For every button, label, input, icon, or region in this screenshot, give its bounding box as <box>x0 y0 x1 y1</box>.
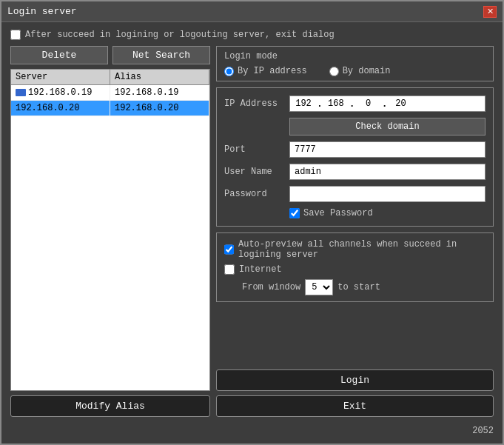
login-mode-label: Login mode <box>224 51 485 61</box>
server-cell: 192.168.0.19 <box>11 85 110 100</box>
alias-cell: 192.168.0.20 <box>110 101 209 116</box>
main-content: After succeed in logining or logouting s… <box>1 22 503 444</box>
ip-address-row: IP Address . . . <box>224 96 485 112</box>
close-button[interactable]: ✕ <box>483 6 497 18</box>
alias-cell: 192.168.0.19 <box>110 85 209 100</box>
title-bar: Login server ✕ <box>1 1 503 22</box>
login-button[interactable]: Login <box>216 369 494 391</box>
to-start-label: to start <box>337 282 380 292</box>
from-window-row: From window 1 2 3 4 5 6 7 8 to start <box>242 279 485 295</box>
username-row: User Name <box>224 164 485 180</box>
save-password-row: Save Password <box>289 208 485 218</box>
list-header: Server Alias <box>11 70 209 85</box>
check-domain-button[interactable]: Check domain <box>289 118 485 135</box>
column-alias: Alias <box>110 70 209 84</box>
ip-part-2[interactable] <box>323 96 349 111</box>
password-label: Password <box>224 189 283 199</box>
action-button-row: Delete Net Search <box>10 46 210 64</box>
server-icon <box>16 89 26 96</box>
modify-alias-button[interactable]: Modify Alias <box>10 395 210 417</box>
username-label: User Name <box>224 167 283 177</box>
from-window-label: From window <box>242 282 300 292</box>
options-box: Auto-preview all channels when succeed i… <box>216 232 494 302</box>
by-ip-radio[interactable] <box>224 67 234 76</box>
table-row[interactable]: 192.168.0.20 192.168.0.20 <box>11 101 209 116</box>
exit-dialog-label: After succeed in logining or logouting s… <box>25 30 335 40</box>
ip-dot-3: . <box>382 98 388 110</box>
window-title: Login server <box>7 6 77 17</box>
port-row: Port <box>224 141 485 158</box>
port-input[interactable] <box>289 141 485 158</box>
ip-dot-2: . <box>349 98 355 110</box>
by-ip-label: By IP address <box>238 66 307 76</box>
radio-row: By IP address By domain <box>224 66 485 76</box>
save-password-checkbox[interactable] <box>289 208 300 218</box>
fields-box: IP Address . . . <box>216 87 494 227</box>
password-row: Password <box>224 186 485 202</box>
login-server-window: Login server ✕ After succeed in logining… <box>0 0 504 445</box>
exit-button[interactable]: Exit <box>216 395 494 417</box>
action-buttons: Login Exit <box>216 369 494 417</box>
auto-preview-label: Auto-preview all channels when succeed i… <box>238 239 485 260</box>
by-ip-radio-label[interactable]: By IP address <box>224 66 307 76</box>
port-label: Port <box>224 144 283 155</box>
ip-dot-1: . <box>317 98 323 110</box>
version-row: 2052 <box>10 426 494 436</box>
by-domain-radio[interactable] <box>329 67 339 76</box>
password-input[interactable] <box>289 186 485 202</box>
ip-part-1[interactable] <box>290 96 317 111</box>
by-domain-label: By domain <box>343 66 391 76</box>
auto-preview-row: Auto-preview all channels when succeed i… <box>224 239 485 260</box>
version-number: 2052 <box>472 426 494 436</box>
internet-checkbox[interactable] <box>224 264 235 275</box>
save-password-label: Save Password <box>303 208 373 218</box>
exit-dialog-row: After succeed in logining or logouting s… <box>10 30 494 40</box>
main-area: Delete Net Search Server Alias 192.168.0… <box>10 46 494 417</box>
username-input[interactable] <box>289 164 485 180</box>
internet-label: Internet <box>239 264 282 275</box>
server-list[interactable]: Server Alias 192.168.0.19 192.168.0.19 1… <box>10 69 210 391</box>
delete-button[interactable]: Delete <box>10 46 108 64</box>
auto-preview-checkbox[interactable] <box>224 244 234 255</box>
check-domain-row: Check domain <box>224 118 485 135</box>
column-server: Server <box>11 70 110 84</box>
exit-dialog-checkbox[interactable] <box>10 30 21 40</box>
internet-row: Internet <box>224 264 485 275</box>
login-mode-box: Login mode By IP address By domain <box>216 46 494 81</box>
ip-parts: . . . <box>289 96 485 112</box>
ip-part-3[interactable] <box>355 96 382 111</box>
by-domain-radio-label[interactable]: By domain <box>329 66 391 76</box>
ip-address-label: IP Address <box>224 98 283 109</box>
left-panel: Delete Net Search Server Alias 192.168.0… <box>10 46 210 417</box>
right-panel: Login mode By IP address By domain <box>216 46 494 417</box>
table-row[interactable]: 192.168.0.19 192.168.0.19 <box>11 85 209 101</box>
net-search-button[interactable]: Net Search <box>112 46 210 64</box>
ip-part-4[interactable] <box>387 96 414 111</box>
from-window-select[interactable]: 1 2 3 4 5 6 7 8 <box>305 279 333 295</box>
server-cell: 192.168.0.20 <box>11 101 110 116</box>
